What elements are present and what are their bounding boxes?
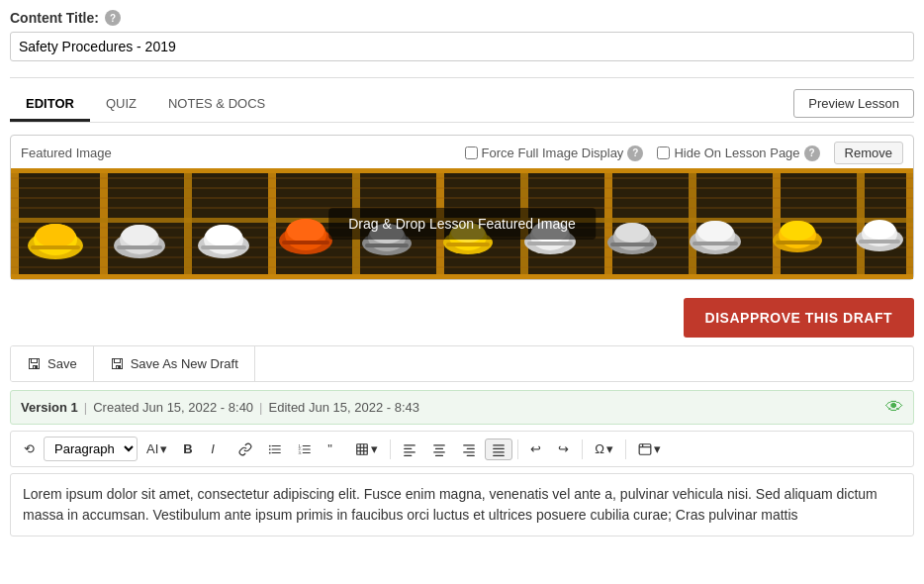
svg-rect-15: [11, 274, 913, 279]
svg-rect-95: [467, 447, 475, 448]
version-label: Version 1: [21, 400, 78, 415]
toolbar-history-btn[interactable]: ⟲: [17, 438, 42, 460]
link-icon: [238, 442, 252, 456]
tabs-row: EDITOR QUIZ NOTES & DOCS Preview Lesson: [10, 88, 914, 123]
bold-label: B: [183, 441, 192, 456]
toolbar-media-btn[interactable]: ▾: [631, 438, 668, 460]
content-title-help-icon[interactable]: ?: [105, 10, 121, 26]
svg-rect-97: [467, 454, 475, 455]
editor-text: Lorem ipsum dolor sit amet, consectetur …: [23, 486, 878, 523]
svg-rect-44: [365, 243, 409, 247]
svg-rect-52: [527, 242, 573, 245]
toolbar-font-size-btn[interactable]: AI ▾: [139, 438, 174, 460]
disapprove-row: DISAPPROVE THIS DRAFT: [10, 290, 914, 345]
align-justify-icon: [492, 442, 506, 456]
toolbar-separator-2: [517, 439, 518, 459]
font-size-group: AI ▾: [139, 438, 174, 460]
svg-rect-3: [184, 168, 192, 279]
toolbar-quote-btn[interactable]: ": [321, 438, 346, 460]
svg-rect-12: [906, 168, 913, 279]
toolbar-align-justify-btn[interactable]: [485, 438, 512, 460]
svg-rect-4: [268, 168, 276, 279]
svg-rect-8: [604, 168, 612, 279]
svg-rect-89: [404, 454, 412, 455]
toolbar-align-right-btn[interactable]: [455, 438, 483, 460]
svg-rect-96: [463, 451, 475, 452]
svg-rect-10: [773, 168, 781, 279]
disapprove-draft-button[interactable]: DISAPPROVE THIS DRAFT: [684, 298, 914, 338]
align-right-icon: [462, 442, 476, 456]
svg-point-59: [697, 221, 733, 243]
svg-rect-78: [303, 448, 311, 449]
svg-point-63: [781, 221, 814, 241]
svg-rect-86: [404, 444, 416, 445]
hide-on-lesson-checkbox[interactable]: [657, 146, 670, 159]
hide-on-lesson-help-icon[interactable]: ?: [804, 146, 820, 161]
version-visibility-icon[interactable]: 👁: [885, 397, 903, 418]
preview-lesson-button[interactable]: Preview Lesson: [793, 89, 914, 118]
toolbar-align-center-btn[interactable]: [425, 438, 453, 460]
editor-toolbar: ⟲ Paragraph AI ▾ B I 1.2.3. " ▾: [10, 431, 914, 467]
save-as-new-draft-button[interactable]: 🖫 Save As New Draft: [94, 346, 255, 381]
save-draft-label: Save As New Draft: [131, 356, 238, 371]
force-full-image-label[interactable]: Force Full Image Display ?: [465, 146, 644, 161]
hide-on-lesson-label[interactable]: Hide On Lesson Page ?: [657, 146, 819, 161]
svg-rect-9: [689, 168, 696, 279]
toolbar-ul-btn[interactable]: [261, 438, 289, 460]
svg-point-55: [615, 223, 649, 243]
toolbar-align-left-btn[interactable]: [396, 438, 423, 460]
svg-rect-68: [859, 240, 900, 243]
featured-image-header: Featured Image Force Full Image Display …: [11, 136, 913, 168]
toolbar-redo-btn[interactable]: ↪: [551, 438, 577, 460]
tabs-container: EDITOR QUIZ NOTES & DOCS: [10, 88, 281, 122]
svg-rect-2: [100, 168, 108, 279]
svg-rect-13: [11, 168, 913, 173]
table-icon: [355, 442, 369, 456]
save-button[interactable]: 🖫 Save: [11, 346, 94, 381]
editor-content[interactable]: Lorem ipsum dolor sit amet, consectetur …: [10, 473, 914, 536]
svg-rect-81: [357, 443, 368, 454]
svg-rect-74: [272, 451, 281, 452]
tab-notes[interactable]: NOTES & DOCS: [152, 88, 281, 122]
force-full-image-checkbox[interactable]: [465, 146, 478, 159]
svg-rect-93: [435, 454, 443, 455]
drag-drop-overlay[interactable]: Drag & Drop Lesson Featured Image: [328, 208, 596, 240]
content-title-input[interactable]: [10, 32, 914, 61]
toolbar-link-btn[interactable]: [231, 438, 259, 460]
featured-image-controls: Force Full Image Display ? Hide On Lesso…: [465, 142, 903, 164]
divider: [10, 77, 914, 78]
svg-rect-100: [493, 451, 505, 452]
svg-rect-1: [11, 168, 19, 279]
svg-rect-72: [272, 448, 281, 449]
svg-rect-60: [693, 242, 738, 245]
svg-point-67: [864, 220, 895, 240]
toolbar-undo-btn[interactable]: ↩: [523, 438, 549, 460]
svg-point-27: [36, 224, 75, 247]
svg-rect-92: [433, 451, 445, 452]
toolbar-separator-1: [390, 439, 391, 459]
version-info: Version 1 | Created Jun 15, 2022 - 8:40 …: [21, 400, 419, 415]
ol-icon: 1.2.3.: [298, 442, 312, 456]
toolbar-ol-btn[interactable]: 1.2.3.: [291, 438, 319, 460]
toolbar-special-chars-btn[interactable]: Ω ▾: [588, 438, 620, 460]
save-label: Save: [47, 356, 77, 371]
svg-point-35: [206, 225, 241, 246]
force-full-image-help-icon[interactable]: ?: [627, 146, 643, 161]
tab-editor[interactable]: EDITOR: [10, 88, 90, 122]
image-drop-area[interactable]: Drag & Drop Lesson Featured Image: [11, 168, 913, 279]
svg-rect-87: [404, 447, 412, 448]
toolbar-bold-btn[interactable]: B: [176, 438, 202, 460]
toolbar-italic-btn[interactable]: I: [204, 438, 230, 460]
chevron-down-icon-media: ▾: [654, 441, 661, 456]
svg-rect-76: [303, 444, 311, 445]
tab-quiz[interactable]: QUIZ: [90, 88, 152, 122]
chevron-down-icon-special: ▾: [606, 441, 613, 456]
svg-rect-11: [857, 168, 865, 279]
svg-rect-99: [493, 447, 505, 448]
content-title-label: Content Title:: [10, 10, 99, 26]
remove-image-button[interactable]: Remove: [834, 142, 903, 164]
svg-rect-32: [117, 245, 162, 249]
toolbar-paragraph-select[interactable]: Paragraph: [44, 437, 138, 461]
toolbar-table-btn[interactable]: ▾: [348, 438, 385, 460]
svg-rect-70: [272, 444, 281, 445]
